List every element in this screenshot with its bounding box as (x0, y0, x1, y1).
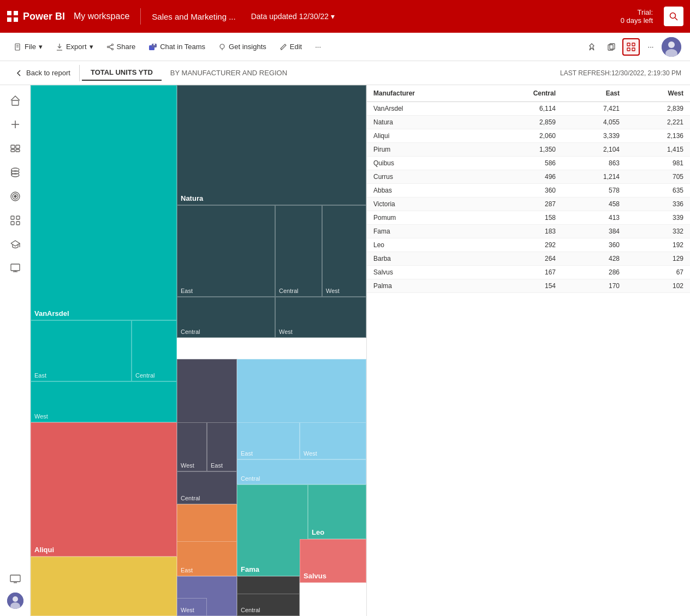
more-dots-icon: ··· (647, 43, 653, 51)
cell-value: 3,339 (562, 129, 626, 143)
chat-in-teams-button[interactable]: Chat in Teams (143, 39, 211, 55)
col-manufacturer: Manufacturer (367, 85, 485, 102)
svg-rect-36 (11, 149, 15, 152)
tm-quibus-central[interactable]: Central (177, 471, 237, 504)
sidebar-item-goals[interactable] (4, 186, 26, 207)
report-title: Sales and Marketing ... (152, 12, 235, 21)
cell-value: 635 (626, 184, 690, 198)
tm-natura-west[interactable]: West (322, 205, 366, 297)
tm-currus-west[interactable]: West (300, 422, 366, 459)
duplicate-button[interactable] (603, 38, 620, 56)
tm-barba-central[interactable]: Central (237, 594, 300, 616)
file-button[interactable]: File ▾ (9, 39, 48, 54)
tm-natura-central2[interactable]: Central (177, 297, 275, 338)
user-avatar[interactable] (662, 37, 681, 57)
cell-value: 339 (626, 211, 690, 225)
svg-rect-49 (16, 222, 20, 225)
tm-aliqui[interactable]: Aliqui (31, 422, 177, 557)
back-to-report-button[interactable]: Back to report (9, 65, 77, 80)
duplicate-icon (607, 43, 616, 51)
sidebar-item-learn[interactable] (4, 234, 26, 255)
table-row[interactable]: Pomum158413339 (367, 211, 690, 225)
table-row[interactable]: Abbas360578635 (367, 184, 690, 198)
tm-natura[interactable]: Natura (177, 85, 366, 205)
edit-button[interactable]: Edit (274, 39, 307, 54)
tab-divider (79, 65, 80, 81)
toolbar-right-icons: ··· (583, 37, 681, 57)
cell-value: 292 (485, 238, 562, 252)
more-options-button[interactable]: ··· (310, 39, 326, 54)
sidebar-item-apps[interactable] (4, 210, 26, 231)
tm-salvus[interactable]: Salvus (300, 539, 366, 583)
tm-pirum[interactable] (31, 557, 177, 616)
table-row[interactable]: Pirum1,3502,1041,415 (367, 143, 690, 157)
pin-icon (587, 43, 596, 51)
sidebar-item-monitor[interactable] (4, 568, 26, 590)
share-button[interactable]: Share (101, 39, 141, 54)
cell-value: 158 (485, 211, 562, 225)
search-button[interactable] (664, 7, 683, 26)
sidebar-item-data[interactable] (4, 162, 26, 183)
sidebar-item-browse[interactable] (4, 137, 26, 159)
table-row[interactable]: Natura2,8594,0552,221 (367, 116, 690, 129)
tm-vanarsdel-central[interactable]: Central (132, 320, 177, 381)
tm-natura-west2[interactable]: West (275, 297, 366, 338)
cell-manufacturer: Victoria (367, 198, 485, 211)
tm-quibus-west[interactable]: West (177, 422, 207, 471)
treemap-container[interactable]: VanArsdel East Central West Natura East … (31, 85, 366, 616)
table-row[interactable]: Aliqui2,0603,3392,136 (367, 129, 690, 143)
svg-rect-54 (10, 575, 20, 582)
cell-manufacturer: Abbas (367, 184, 485, 198)
tm-natura-east[interactable]: East (177, 205, 275, 297)
sidebar-item-home[interactable] (4, 89, 26, 111)
tm-vanarsdel[interactable]: VanArsdel (31, 85, 177, 320)
tm-quibus-east[interactable]: East (207, 422, 237, 471)
svg-rect-35 (16, 145, 20, 148)
toolbar: File ▾ Export ▾ Share Chat in Teams Get … (0, 33, 690, 61)
sidebar-item-user[interactable] (4, 590, 26, 612)
tm-leo[interactable]: Leo (308, 485, 366, 539)
svg-rect-31 (12, 100, 19, 105)
cell-value: 496 (485, 170, 562, 184)
table-row[interactable]: Quibus586863981 (367, 157, 690, 170)
cell-manufacturer: Aliqui (367, 129, 485, 143)
get-insights-button[interactable]: Get insights (213, 39, 272, 54)
tm-fama[interactable]: Fama (237, 485, 308, 576)
table-row[interactable]: Salvus16728667 (367, 266, 690, 279)
table-row[interactable]: Leo292360192 (367, 238, 690, 252)
tm-natura-central[interactable]: Central (275, 205, 322, 297)
cell-value: 2,060 (485, 129, 562, 143)
main-content: VanArsdel East Central West Natura East … (31, 85, 690, 616)
table-row[interactable]: Fama183384332 (367, 225, 690, 238)
more-toolbar-button[interactable]: ··· (642, 38, 659, 56)
tab-by-manufacturer[interactable]: BY MANUFACTURER AND REGION (162, 65, 296, 80)
table-header: Manufacturer Central East West (367, 85, 690, 102)
chevron-down-icon[interactable]: ▾ (331, 12, 335, 21)
export-button[interactable]: Export ▾ (50, 39, 99, 54)
table-row[interactable]: Barba264428129 (367, 252, 690, 266)
pin-button[interactable] (583, 38, 600, 56)
tm-vanarsdel-east[interactable]: East (31, 320, 132, 381)
sidebar-item-create[interactable] (4, 113, 26, 135)
table-row[interactable]: Victoria287458336 (367, 198, 690, 211)
sidebar-item-workspaces[interactable] (4, 258, 26, 279)
table-row[interactable]: Palma154170102 (367, 279, 690, 293)
tm-victoria-west[interactable]: West (177, 598, 207, 616)
data-hub-icon (10, 167, 21, 178)
workspace-name[interactable]: My workspace (74, 11, 129, 21)
table-row[interactable]: VanArsdel6,1147,4212,839 (367, 102, 690, 116)
table-body: VanArsdel6,1147,4212,839Natura2,8594,055… (367, 102, 690, 293)
export-chevron: ▾ (90, 43, 93, 51)
col-east: East (562, 85, 626, 102)
brand-logo[interactable]: Power BI (7, 10, 65, 22)
tab-total-units[interactable]: TOTAL UNITS YTD (82, 65, 162, 81)
secondary-toolbar: Back to report TOTAL UNITS YTD BY MANUFA… (0, 61, 690, 85)
cell-value: 129 (626, 252, 690, 266)
tm-vanarsdel-west[interactable]: West (31, 381, 177, 422)
tm-currus-east[interactable]: East (237, 422, 300, 459)
tm-currus-central[interactable]: Central (237, 459, 366, 485)
table-row[interactable]: Currus4961,214705 (367, 170, 690, 184)
edit-icon (279, 43, 287, 51)
tm-abbas-east[interactable]: East (177, 541, 237, 576)
focus-mode-button[interactable] (622, 38, 640, 56)
